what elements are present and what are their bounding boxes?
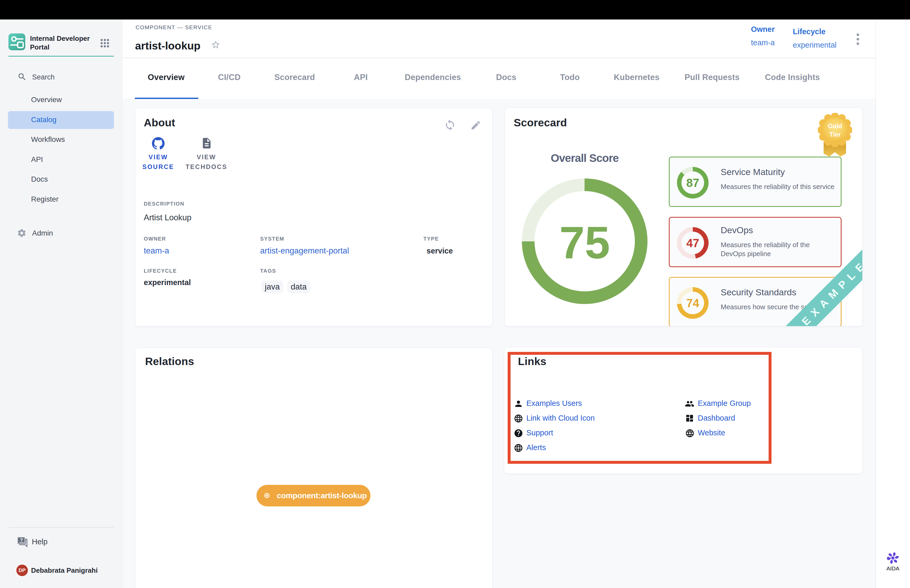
svg-text:Gold: Gold [828,123,842,129]
svg-text:Tier: Tier [829,131,841,138]
svg-text:?: ? [20,538,23,543]
